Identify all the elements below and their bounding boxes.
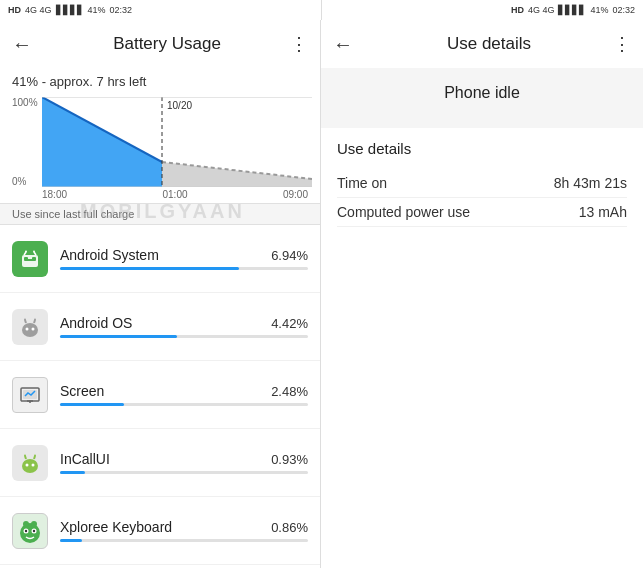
app-bar-fill bbox=[60, 335, 177, 338]
app-details-screen: Screen 2.48% bbox=[60, 383, 308, 406]
app-bar-bg bbox=[60, 335, 308, 338]
app-list: Android System 6.94% bbox=[0, 225, 320, 568]
chart-y-labels: 100% 0% bbox=[12, 97, 38, 187]
chart-x-labels: 18:00 01:00 09:00 bbox=[42, 187, 308, 202]
app-details-android-system: Android System 6.94% bbox=[60, 247, 308, 270]
svg-point-14 bbox=[25, 250, 27, 252]
list-item[interactable]: InCallUI 0.93% bbox=[0, 429, 320, 497]
detail-value-time-on: 8h 43m 21s bbox=[554, 175, 627, 191]
app-percent: 2.48% bbox=[271, 384, 308, 399]
right-title: Use details bbox=[365, 34, 613, 54]
app-bar-fill bbox=[60, 539, 82, 542]
app-icon-android-os bbox=[12, 309, 48, 345]
list-item[interactable]: Xploree Keyboard 0.86% bbox=[0, 497, 320, 565]
app-details-xploree: Xploree Keyboard 0.86% bbox=[60, 519, 308, 542]
battery-chart-svg: 10/20 bbox=[42, 97, 312, 187]
svg-rect-11 bbox=[27, 259, 33, 261]
svg-marker-1 bbox=[162, 162, 312, 187]
right-header: ← Use details ⋮ bbox=[321, 20, 643, 68]
use-since-label: Use since last full charge bbox=[0, 203, 320, 225]
app-icon-screen bbox=[12, 377, 48, 413]
bars-left: ▋▋▋▋ bbox=[56, 5, 84, 15]
app-percent: 0.93% bbox=[271, 452, 308, 467]
list-item[interactable]: Screen 2.48% bbox=[0, 361, 320, 429]
app-name: Screen bbox=[60, 383, 104, 399]
app-icon-incallui bbox=[12, 445, 48, 481]
x-label-2: 01:00 bbox=[162, 189, 187, 200]
signal-right: 4G 4G bbox=[528, 5, 555, 15]
right-back-button[interactable]: ← bbox=[333, 33, 353, 56]
svg-point-17 bbox=[26, 327, 29, 330]
app-name: Android System bbox=[60, 247, 159, 263]
time-left: 02:32 bbox=[110, 5, 133, 15]
svg-point-29 bbox=[32, 463, 35, 466]
battery-left: 41% bbox=[88, 5, 106, 15]
app-bar-fill bbox=[60, 471, 85, 474]
svg-point-32 bbox=[24, 454, 26, 456]
left-title: Battery Usage bbox=[44, 34, 290, 54]
svg-point-27 bbox=[22, 459, 38, 473]
status-bar: HD 4G 4G ▋▋▋▋ 41% 02:32 HD 4G 4G ▋▋▋▋ 41… bbox=[0, 0, 643, 20]
svg-point-21 bbox=[24, 318, 26, 320]
right-panel: ← Use details ⋮ Phone idle Use details T… bbox=[321, 20, 643, 568]
svg-point-18 bbox=[32, 327, 35, 330]
use-details-section: Use details Time on 8h 43m 21s Computed … bbox=[321, 128, 643, 239]
status-bar-left: HD 4G 4G ▋▋▋▋ 41% 02:32 bbox=[0, 0, 321, 20]
app-display-name: Phone idle bbox=[444, 84, 520, 101]
bars-right: ▋▋▋▋ bbox=[558, 5, 586, 15]
list-item[interactable]: Android System 6.94% bbox=[0, 225, 320, 293]
signal-left: 4G 4G bbox=[25, 5, 52, 15]
y-label-bottom: 0% bbox=[12, 176, 38, 187]
app-bar-bg bbox=[60, 267, 308, 270]
left-header: ← Battery Usage ⋮ bbox=[0, 20, 320, 68]
app-details-incallui: InCallUI 0.93% bbox=[60, 451, 308, 474]
app-bar-bg bbox=[60, 403, 308, 406]
app-details-android-os: Android OS 4.42% bbox=[60, 315, 308, 338]
app-bar-bg bbox=[60, 539, 308, 542]
x-label-3: 09:00 bbox=[283, 189, 308, 200]
app-bar-fill bbox=[60, 403, 124, 406]
app-bar-bg bbox=[60, 471, 308, 474]
svg-point-28 bbox=[26, 463, 29, 466]
app-name: Xploree Keyboard bbox=[60, 519, 172, 535]
list-item[interactable]: Android OS 4.42% bbox=[0, 293, 320, 361]
left-back-button[interactable]: ← bbox=[12, 33, 32, 56]
right-more-button[interactable]: ⋮ bbox=[613, 33, 631, 55]
svg-point-33 bbox=[34, 454, 36, 456]
main-content: ← Battery Usage ⋮ 41% - approx. 7 hrs le… bbox=[0, 20, 643, 568]
chart-svg-container: 10/20 bbox=[42, 97, 308, 187]
use-details-title: Use details bbox=[337, 140, 627, 157]
detail-row-power: Computed power use 13 mAh bbox=[337, 198, 627, 227]
app-name: InCallUI bbox=[60, 451, 110, 467]
svg-point-15 bbox=[33, 250, 35, 252]
app-icon-xploree bbox=[12, 513, 48, 549]
app-section-header: Phone idle bbox=[321, 68, 643, 118]
hd-icon-left: HD bbox=[8, 5, 21, 15]
battery-status: 41% - approx. 7 hrs left bbox=[0, 68, 320, 93]
svg-point-37 bbox=[25, 529, 27, 531]
svg-marker-0 bbox=[42, 97, 162, 187]
app-percent: 0.86% bbox=[271, 520, 308, 535]
battery-right: 41% bbox=[590, 5, 608, 15]
y-label-top: 100% bbox=[12, 97, 38, 108]
detail-label-time-on: Time on bbox=[337, 175, 387, 191]
detail-value-power: 13 mAh bbox=[579, 204, 627, 220]
svg-point-40 bbox=[31, 521, 37, 527]
svg-point-16 bbox=[22, 323, 38, 337]
left-more-button[interactable]: ⋮ bbox=[290, 33, 308, 55]
x-label-1: 18:00 bbox=[42, 189, 67, 200]
time-right: 02:32 bbox=[612, 5, 635, 15]
hd-icon-right: HD bbox=[511, 5, 524, 15]
app-percent: 4.42% bbox=[271, 316, 308, 331]
detail-row-time-on: Time on 8h 43m 21s bbox=[337, 169, 627, 198]
app-bar-fill bbox=[60, 267, 239, 270]
app-percent: 6.94% bbox=[271, 248, 308, 263]
svg-text:10/20: 10/20 bbox=[167, 100, 192, 111]
app-name: Android OS bbox=[60, 315, 132, 331]
svg-point-39 bbox=[23, 521, 29, 527]
svg-point-38 bbox=[33, 529, 35, 531]
status-bar-right: HD 4G 4G ▋▋▋▋ 41% 02:32 bbox=[322, 0, 643, 20]
left-panel: ← Battery Usage ⋮ 41% - approx. 7 hrs le… bbox=[0, 20, 321, 568]
battery-chart: 100% 0% 10/20 bbox=[0, 93, 320, 203]
app-icon-android-system bbox=[12, 241, 48, 277]
